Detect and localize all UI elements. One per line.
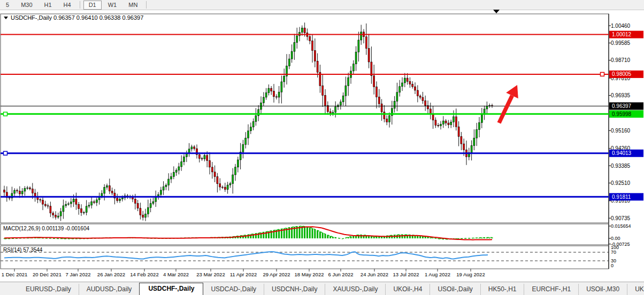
date-label: 18 May 2022 xyxy=(295,271,324,277)
rsi-axis-label: 0 xyxy=(611,263,614,268)
price-badge-0.94013: 0.94013 xyxy=(609,150,643,157)
date-label: 1 Dec 2021 xyxy=(2,271,28,277)
macd-axis-label: 0.00 xyxy=(611,236,620,241)
tab-xauusd-daily[interactable]: XAUUSD-,Daily xyxy=(325,284,385,295)
line-handle-0.94013[interactable] xyxy=(4,151,7,155)
tab-eurchf-h1[interactable]: EURCHF-,H1 xyxy=(524,284,578,295)
price-axis: 1.004600.995850.987100.978100.969350.951… xyxy=(609,23,631,269)
tab-usdcad-daily[interactable]: USDCAD-,Daily xyxy=(203,284,264,295)
date-label: 7 Jan 2022 xyxy=(65,271,90,277)
price-tick-label: 0.96935 xyxy=(611,92,631,98)
rsi-axis-label: 70 xyxy=(611,250,616,255)
macd-axis-label: 0.015654 xyxy=(611,223,631,229)
date-label: 13 Jul 2022 xyxy=(393,271,419,277)
main-panel xyxy=(1,14,609,223)
price-tick-label: 0.93385 xyxy=(611,163,631,169)
date-label: 24 Jun 2022 xyxy=(361,271,388,277)
price-badge-1.00012: 1.00012 xyxy=(609,31,643,38)
svg-text:0.95998: 0.95998 xyxy=(612,111,632,117)
price-badge-0.96397: 0.96397 xyxy=(609,102,643,110)
svg-text:1.00012: 1.00012 xyxy=(612,32,632,37)
svg-text:0.96397: 0.96397 xyxy=(612,103,632,109)
ohlc-title: USDCHF-,Daily 0.96357 0.96410 0.96338 0.… xyxy=(11,14,143,21)
svg-text:0.91811: 0.91811 xyxy=(612,194,631,200)
tab-eurusd-daily[interactable]: EURUSD-,Daily xyxy=(18,284,79,295)
tab-usdcnh-daily[interactable]: USDCNH-,Daily xyxy=(264,284,325,295)
line-handle-0.98005[interactable] xyxy=(601,72,604,76)
svg-text:0.94013: 0.94013 xyxy=(612,150,632,156)
tab-usdchf-daily[interactable]: USDCHF-,Daily xyxy=(139,283,203,295)
tab-ukoil-h4[interactable]: UKOil-,H4 xyxy=(385,284,430,295)
tab-usoil-daily[interactable]: USOil-,Daily xyxy=(430,284,480,295)
price-badge-0.95998: 0.95998 xyxy=(609,110,643,118)
tab-usoil-m30[interactable]: USOil-,M30 xyxy=(578,284,627,295)
symbol-tabbar: EURUSD-,DailyAUDUSD-,DailyUSDCHF-,DailyU… xyxy=(0,282,644,295)
date-axis: 1 Dec 202120 Dec 20217 Jan 202226 Jan 20… xyxy=(2,269,485,277)
date-label: 26 Jan 2022 xyxy=(97,271,125,277)
date-label: 4 Mar 2022 xyxy=(163,271,189,277)
tab-ukoil-h1[interactable]: UKOil-,H1 xyxy=(627,284,644,295)
date-label: 23 Mar 2022 xyxy=(196,271,225,277)
date-label: 14 Feb 2022 xyxy=(130,271,158,277)
line-handle-0.95998[interactable] xyxy=(4,112,7,116)
svg-text:0.98005: 0.98005 xyxy=(612,71,632,77)
date-label: 19 Aug 2022 xyxy=(456,271,485,277)
price-tick-label: 1.00460 xyxy=(611,23,631,29)
date-label: 11 Apr 2022 xyxy=(230,271,257,277)
price-tick-label: 0.95160 xyxy=(611,128,631,134)
trading-platform-window: { "toolbar": { "timeframes": [ {"label":… xyxy=(0,0,644,295)
price-tick-label: 0.92510 xyxy=(611,180,631,186)
tab-hk50-h1[interactable]: HK50-,H1 xyxy=(480,284,524,295)
rsi-label: RSI(14) 57.3544 xyxy=(3,247,43,253)
date-label: 20 Dec 2021 xyxy=(33,271,62,277)
date-label: 29 Apr 2022 xyxy=(263,271,290,277)
date-label: 6 Jun 2022 xyxy=(328,271,353,277)
price-badge-0.91811: 0.91811 xyxy=(609,193,643,200)
price-tick-label: 0.98710 xyxy=(611,57,631,63)
chart-shift-marker-icon[interactable] xyxy=(493,10,500,13)
price-tick-label: 0.90735 xyxy=(611,215,631,221)
date-label: 1 Aug 2022 xyxy=(425,271,450,277)
chart-area[interactable]: 1.004600.995850.987100.978100.969350.951… xyxy=(0,0,644,282)
price-badge-0.98005: 0.98005 xyxy=(609,71,643,78)
tab-audusd-daily[interactable]: AUDUSD-,Daily xyxy=(79,284,140,295)
price-tick-label: 0.99585 xyxy=(611,40,631,46)
macd-label: MACD(12,26,9) 0.001139 -0.001604 xyxy=(3,226,89,231)
